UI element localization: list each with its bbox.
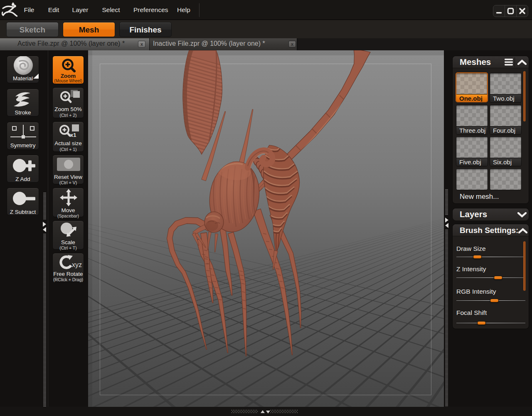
svg-text:x1: x1 [70, 132, 76, 138]
svg-text:xyz: xyz [72, 261, 82, 268]
